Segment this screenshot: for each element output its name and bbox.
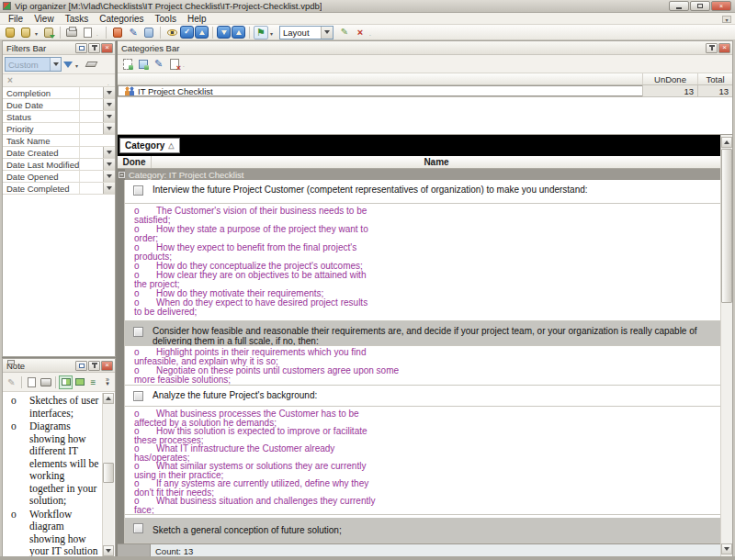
layout-combo[interactable]: Layout bbox=[279, 26, 334, 39]
print-icon[interactable] bbox=[64, 26, 79, 39]
filter-row-status: Status bbox=[3, 111, 115, 123]
filter-label: Date Last Modified bbox=[3, 159, 80, 170]
undone-column-header[interactable]: UnDone bbox=[642, 73, 697, 84]
note-page-icon[interactable] bbox=[25, 375, 39, 389]
subitem: oWhat business processes the Customer ha… bbox=[134, 409, 378, 427]
duplicate-task-icon[interactable] bbox=[141, 26, 156, 39]
new-subcategory-icon[interactable] bbox=[135, 57, 151, 72]
task-row[interactable]: Analyze the future Project's background: bbox=[125, 386, 721, 407]
filter-dropdown-button[interactable] bbox=[103, 147, 115, 158]
filter-dropdown-button[interactable] bbox=[103, 99, 115, 110]
layout-combo-dropdown[interactable] bbox=[321, 27, 333, 39]
flag-caret-icon[interactable]: ▾ bbox=[270, 28, 275, 37]
filter-dropdown-button[interactable] bbox=[103, 171, 115, 182]
new-category-icon[interactable] bbox=[119, 57, 135, 72]
task-row[interactable]: Interview the future Project Customer (c… bbox=[125, 180, 721, 204]
task-checkbox[interactable] bbox=[133, 185, 143, 196]
task-row-selected[interactable]: Sketch a general conception of future so… bbox=[125, 518, 721, 543]
apply-filter-icon[interactable] bbox=[63, 62, 73, 68]
close-button[interactable]: × bbox=[711, 1, 731, 11]
note-overflow-icon[interactable]: »▾ bbox=[102, 378, 113, 386]
filters-toolbar-row2: × . bbox=[3, 74, 115, 87]
scroll-up-icon[interactable] bbox=[103, 393, 114, 404]
group-row[interactable]: Category: IT Project Checklist bbox=[118, 169, 721, 180]
filter-dropdown-button[interactable] bbox=[103, 111, 115, 122]
menu-help[interactable]: Help bbox=[182, 14, 212, 24]
remove-filter-icon[interactable]: × bbox=[7, 76, 13, 85]
note-scrollbar[interactable] bbox=[102, 393, 114, 556]
delete-layout-icon[interactable]: × bbox=[353, 26, 368, 39]
maximize-button[interactable] bbox=[690, 1, 710, 11]
save-layout-icon[interactable]: ✎ bbox=[337, 26, 352, 39]
clear-filter-icon[interactable] bbox=[85, 62, 98, 67]
view-task-icon[interactable] bbox=[164, 26, 179, 39]
filters-restore-button[interactable] bbox=[75, 43, 87, 53]
grid-scroll-thumb[interactable] bbox=[721, 149, 732, 303]
filter-caret-icon[interactable]: ▾ bbox=[75, 61, 80, 69]
save-database-icon[interactable] bbox=[41, 26, 56, 39]
task-subitems: oWhat business processes the Customer ha… bbox=[125, 407, 721, 515]
done-column-header[interactable]: Done bbox=[118, 156, 152, 168]
name-column-header[interactable]: Name bbox=[152, 156, 721, 168]
new-database-icon[interactable] bbox=[3, 26, 17, 39]
filters-pin-button[interactable] bbox=[88, 43, 100, 53]
grid-scrollbar[interactable] bbox=[720, 135, 732, 556]
filter-row-date-completed: Date Completed bbox=[3, 183, 115, 195]
edit-category-icon[interactable]: ✎ bbox=[151, 57, 166, 72]
note-fullscreen-icon[interactable] bbox=[73, 375, 86, 389]
print-preview-icon[interactable] bbox=[80, 26, 95, 39]
note-content[interactable]: o Sketches of user interfaces; o Diagram… bbox=[4, 393, 102, 556]
filters-overflow-caret-icon[interactable]: . bbox=[107, 78, 112, 86]
filters-close-button[interactable]: × bbox=[101, 43, 113, 53]
group-by-category-button[interactable]: Category △ bbox=[119, 138, 180, 153]
note-restore-button[interactable] bbox=[75, 361, 87, 371]
menu-tools[interactable]: Tools bbox=[150, 14, 182, 24]
note-scroll-thumb[interactable] bbox=[103, 463, 114, 483]
menu-file[interactable]: File bbox=[3, 14, 28, 24]
open-recent-caret-icon[interactable]: ▾ bbox=[35, 28, 40, 37]
task-checkbox[interactable] bbox=[133, 523, 143, 533]
layout-overflow-caret-icon[interactable]: . bbox=[369, 28, 374, 37]
open-database-icon[interactable] bbox=[18, 26, 33, 39]
note-close-button[interactable]: × bbox=[101, 361, 113, 371]
note-edit-icon[interactable]: ✎ bbox=[5, 375, 18, 389]
total-column-header[interactable]: Total bbox=[697, 73, 732, 84]
expand-all-icon[interactable] bbox=[217, 26, 231, 39]
task-row-selected[interactable]: Consider how feasible and reasonable the… bbox=[125, 321, 721, 346]
note-list-icon[interactable]: ≡ bbox=[86, 375, 100, 389]
collapse-all-icon[interactable] bbox=[232, 26, 245, 39]
filter-dropdown-button[interactable] bbox=[103, 87, 115, 98]
minimize-button[interactable] bbox=[669, 1, 689, 11]
collapse-group-icon[interactable] bbox=[118, 169, 125, 180]
new-task-icon[interactable] bbox=[110, 26, 125, 39]
categories-overflow-caret-icon[interactable]: . bbox=[183, 60, 187, 68]
filter-dropdown-button[interactable] bbox=[103, 159, 115, 170]
task-checkbox[interactable] bbox=[133, 391, 143, 401]
category-row[interactable]: IT Project Checklist 13 13 bbox=[118, 85, 732, 97]
note-print-icon[interactable] bbox=[39, 375, 52, 389]
categories-pin-button[interactable] bbox=[706, 43, 718, 53]
toolbar-options-icon[interactable]: ▾ bbox=[722, 16, 731, 23]
categories-close-button[interactable]: × bbox=[718, 43, 730, 53]
menu-view[interactable]: View bbox=[28, 14, 60, 24]
mark-complete-icon[interactable]: ✓ bbox=[180, 26, 194, 39]
scroll-down-icon[interactable] bbox=[103, 545, 114, 556]
mark-incomplete-icon[interactable] bbox=[195, 26, 209, 39]
flag-filter-icon[interactable]: ⚑ bbox=[254, 26, 268, 39]
menu-tasks[interactable]: Tasks bbox=[60, 14, 95, 24]
delete-category-icon[interactable] bbox=[166, 57, 182, 72]
edit-task-icon[interactable]: ✎ bbox=[126, 26, 141, 39]
print-overflow-caret-icon[interactable]: . bbox=[96, 28, 101, 37]
note-pin-button[interactable] bbox=[88, 361, 100, 371]
task-checkbox[interactable] bbox=[133, 327, 143, 337]
scroll-up-icon[interactable] bbox=[721, 137, 732, 148]
filter-dropdown-button[interactable] bbox=[103, 183, 115, 194]
task-count: Count: 13 bbox=[151, 544, 193, 556]
filter-preset-combo[interactable]: Custom bbox=[5, 57, 62, 72]
scroll-down-icon[interactable] bbox=[721, 543, 732, 554]
filter-dropdown-button[interactable] bbox=[103, 123, 115, 134]
filter-row-task-name: Task Name bbox=[3, 135, 115, 147]
filter-preset-dropdown[interactable] bbox=[50, 58, 61, 71]
note-view-mode-icon[interactable] bbox=[59, 375, 73, 389]
menu-categories[interactable]: Categories bbox=[94, 14, 149, 24]
